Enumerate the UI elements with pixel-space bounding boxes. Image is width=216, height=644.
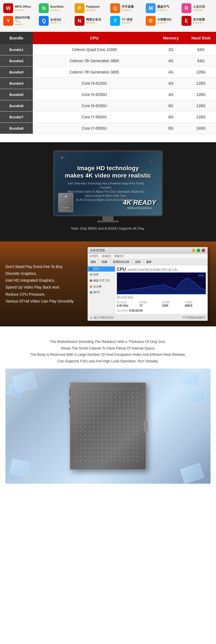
- mb-port-3: [69, 408, 71, 413]
- mb-dot: [102, 443, 103, 444]
- mb-dot: [80, 426, 81, 428]
- app-item-墨迹天气: M 墨迹天气 ★★★★☆: [144, 2, 179, 14]
- app-info: Potplayer ★★★★☆: [86, 5, 100, 11]
- app-name: Potplayer: [86, 5, 100, 8]
- mb-dot: [119, 443, 120, 444]
- tm-footer-open[interactable]: 打开资源监视器(O): [182, 316, 205, 320]
- mb-dot: [93, 452, 94, 453]
- mb-dot: [128, 405, 129, 406]
- graphics-section: Don't Need Pay Extra Fee To BuyDiscrete …: [0, 241, 216, 326]
- mb-dot: [93, 409, 94, 411]
- bundle-row-4: Bundle4 Core I3-6100U 4G 128G: [0, 78, 216, 89]
- tm-cpu-detail: Intel(R) Core(TM) i5-6200U CPU @ 2.30...: [128, 268, 179, 271]
- mb-dot: [110, 418, 112, 419]
- mb-dot: [110, 443, 112, 444]
- mb-dot: [97, 448, 98, 449]
- mb-dot: [124, 439, 125, 440]
- mb-dot: [136, 448, 138, 449]
- mb-dot: [97, 409, 98, 411]
- mb-dot: [136, 388, 138, 389]
- mb-dot: [80, 431, 81, 432]
- app-stars: ★★★☆☆: [15, 23, 34, 26]
- mb-dot: [136, 414, 138, 415]
- mb-dot: [115, 443, 116, 444]
- app-stars: ★★★★☆: [86, 9, 100, 12]
- mb-dot: [128, 435, 129, 436]
- mb-dot: [110, 397, 112, 398]
- tm-menu-file[interactable]: 文件(F): [89, 254, 98, 258]
- mb-handle: [144, 421, 148, 432]
- bundle-row-8: Bundle8 Core I7-6500U 8G 240G: [0, 123, 216, 134]
- mb-dot: [115, 397, 116, 398]
- mb-dot: [128, 392, 129, 394]
- mb-dot: [102, 431, 103, 432]
- mb-dot: [93, 388, 94, 389]
- mb-dot: [115, 431, 116, 432]
- mb-port-2: [69, 399, 71, 405]
- mb-dot: [89, 456, 90, 457]
- mb-description: The Motherboard (Including The Radiator)…: [5, 338, 211, 364]
- bundle-name: Bundle1: [0, 44, 33, 55]
- ice-3: [179, 370, 201, 386]
- mb-dot: [89, 426, 90, 428]
- mb-dot: [89, 392, 90, 394]
- mb-device: [70, 382, 146, 470]
- mb-dot: [110, 431, 112, 432]
- mb-dot: [119, 414, 120, 415]
- mb-dot: [128, 431, 129, 432]
- tm-window-controls[interactable]: — □ ✕: [192, 249, 205, 252]
- mb-dot: [89, 435, 90, 436]
- tm-close-btn[interactable]: ✕: [202, 249, 205, 252]
- mb-dot: [136, 418, 138, 419]
- mb-dot: [97, 405, 98, 406]
- tm-tab-processes[interactable]: 进程: [88, 259, 99, 265]
- mb-dot: [93, 435, 94, 436]
- mb-dot: [89, 448, 90, 449]
- mb-dot: [119, 409, 120, 411]
- tv-subtitle: Intel Clearvideo Technology Has a Powerf…: [65, 181, 147, 202]
- app-stars: ★★★★☆: [193, 9, 205, 12]
- tm-sidebar-内存[interactable]: 内存: [88, 272, 115, 278]
- mb-dot: [84, 422, 86, 423]
- bundle-row-7: Bundle7 Core I7-6500U 8G 128G: [0, 112, 216, 123]
- mb-dot: [102, 448, 103, 449]
- mb-dot: [80, 460, 81, 461]
- mb-dot: [136, 397, 138, 398]
- mb-dot: [110, 448, 112, 449]
- mb-dot: [128, 452, 129, 453]
- tm-tab-app-history[interactable]: 应用历史记录: [110, 259, 132, 265]
- tm-sidebar-CPU[interactable]: CPU: [88, 266, 115, 272]
- col-bundle: Bundle: [0, 32, 33, 44]
- tm-menu-options[interactable]: 选项(O): [102, 254, 111, 258]
- mb-dot: [97, 439, 98, 440]
- bundle-memory: 4G: [156, 89, 186, 100]
- mb-dot: [106, 452, 107, 453]
- tm-maximize-btn[interactable]: □: [197, 249, 200, 252]
- mb-dot: [124, 397, 125, 398]
- mb-dot: [84, 401, 86, 402]
- mb-dot: [102, 409, 103, 411]
- mb-dot: [97, 418, 98, 419]
- bundle-cpu: Core I7-6500U: [33, 123, 156, 134]
- app-item-YY-语音: Y YY 语音 ★★★★☆: [108, 15, 144, 27]
- mb-dot: [128, 439, 129, 440]
- app-stars: ★★★★☆: [157, 21, 171, 24]
- tm-sidebar-Wi-Fi[interactable]: Wi-Fi: [88, 290, 115, 295]
- tm-tab-startup[interactable]: 启动: [132, 259, 144, 265]
- tm-sidebar-以太网[interactable]: 以太网: [88, 284, 115, 290]
- tm-minimize-btn[interactable]: —: [192, 249, 195, 252]
- tm-tab-perf[interactable]: 性能: [99, 259, 110, 265]
- tm-sidebar-磁盘 0 (C: D:)[interactable]: 磁盘 0 (C: D:): [88, 278, 115, 284]
- mb-dot: [124, 392, 125, 394]
- tm-menu-view[interactable]: 查看(V): [114, 254, 123, 258]
- mb-dot: [106, 460, 107, 461]
- ice-6: [180, 463, 204, 484]
- app-icon: N: [75, 16, 84, 26]
- mb-dot: [136, 401, 138, 402]
- mb-dot: [136, 431, 138, 432]
- mini-pc-image: [58, 193, 73, 211]
- mb-dot: [76, 392, 77, 394]
- tm-tab-services[interactable]: 服务: [144, 259, 154, 265]
- mb-dot: [84, 388, 86, 389]
- mb-dot: [76, 448, 77, 449]
